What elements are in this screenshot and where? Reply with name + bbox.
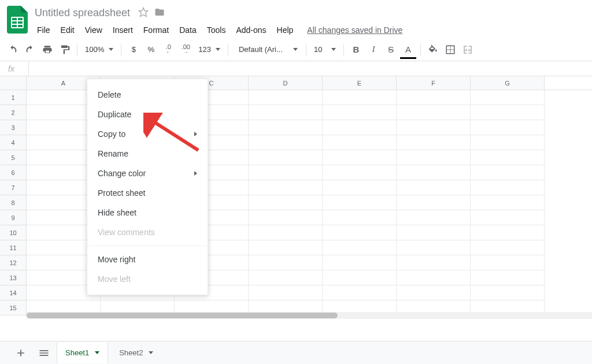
- cell[interactable]: [471, 180, 545, 195]
- cell[interactable]: [471, 255, 545, 270]
- cell[interactable]: [249, 120, 323, 135]
- currency-button[interactable]: $: [125, 42, 142, 58]
- fill-color-button[interactable]: [425, 42, 441, 58]
- cell[interactable]: [397, 105, 471, 120]
- cell[interactable]: [323, 150, 397, 165]
- context-copy-to[interactable]: Copy to: [87, 124, 208, 144]
- cell[interactable]: [397, 150, 471, 165]
- context-delete[interactable]: Delete: [87, 85, 208, 105]
- context-protect-sheet[interactable]: Protect sheet: [87, 183, 208, 203]
- cell[interactable]: [323, 135, 397, 150]
- row-header[interactable]: 2: [0, 105, 27, 120]
- cell[interactable]: [249, 90, 323, 105]
- menu-addons[interactable]: Add-ons: [231, 23, 271, 37]
- sheet-tab-2-menu-icon[interactable]: [149, 351, 153, 354]
- menu-help[interactable]: Help: [272, 23, 298, 37]
- save-status[interactable]: All changes saved in Drive: [302, 23, 407, 37]
- menu-data[interactable]: Data: [175, 23, 201, 37]
- row-header[interactable]: 6: [0, 165, 27, 180]
- cell[interactable]: [471, 105, 545, 120]
- cell[interactable]: [471, 195, 545, 210]
- cell[interactable]: [471, 285, 545, 300]
- cell[interactable]: [323, 225, 397, 240]
- sheet-tab-1[interactable]: Sheet1: [57, 343, 108, 363]
- row-header[interactable]: 14: [0, 285, 27, 300]
- print-button[interactable]: [39, 42, 56, 58]
- context-move-right[interactable]: Move right: [87, 250, 208, 269]
- context-hide-sheet[interactable]: Hide sheet: [87, 203, 208, 222]
- row-header[interactable]: 12: [0, 255, 27, 270]
- document-title[interactable]: Untitled spreadsheet: [32, 6, 132, 20]
- row-header[interactable]: 15: [0, 300, 27, 315]
- cell[interactable]: [471, 120, 545, 135]
- cell[interactable]: [397, 270, 471, 285]
- italic-button[interactable]: I: [365, 42, 382, 58]
- borders-button[interactable]: [442, 42, 458, 58]
- cell[interactable]: [323, 255, 397, 270]
- cell[interactable]: [397, 240, 471, 255]
- row-header[interactable]: 9: [0, 210, 27, 225]
- row-header[interactable]: 5: [0, 150, 27, 165]
- menu-view[interactable]: View: [80, 23, 107, 37]
- menu-file[interactable]: File: [32, 23, 55, 37]
- col-header-d[interactable]: D: [249, 76, 323, 90]
- row-header[interactable]: 13: [0, 270, 27, 285]
- sheet-tab-2[interactable]: Sheet2: [110, 343, 162, 363]
- cell[interactable]: [471, 240, 545, 255]
- font-selector[interactable]: Default (Ari...: [232, 42, 302, 58]
- menu-edit[interactable]: Edit: [56, 23, 79, 37]
- cell[interactable]: [323, 195, 397, 210]
- cell[interactable]: [471, 210, 545, 225]
- menu-tools[interactable]: Tools: [202, 23, 231, 37]
- bold-button[interactable]: B: [348, 42, 364, 58]
- cell[interactable]: [323, 165, 397, 180]
- cell[interactable]: [249, 270, 323, 285]
- select-all-corner[interactable]: [0, 76, 27, 90]
- folder-icon[interactable]: [154, 7, 165, 19]
- cell[interactable]: [471, 90, 545, 105]
- star-icon[interactable]: [138, 7, 149, 19]
- cell[interactable]: [471, 150, 545, 165]
- col-header-g[interactable]: G: [471, 76, 545, 90]
- percent-button[interactable]: %: [143, 42, 159, 58]
- context-change-color[interactable]: Change color: [87, 164, 208, 183]
- row-header[interactable]: 7: [0, 180, 27, 195]
- menu-insert[interactable]: Insert: [108, 23, 138, 37]
- row-header[interactable]: 8: [0, 195, 27, 210]
- cell[interactable]: [249, 225, 323, 240]
- cell[interactable]: [249, 150, 323, 165]
- cell[interactable]: [471, 135, 545, 150]
- cell[interactable]: [249, 105, 323, 120]
- cell[interactable]: [397, 225, 471, 240]
- cell[interactable]: [397, 255, 471, 270]
- cell[interactable]: [323, 270, 397, 285]
- context-duplicate[interactable]: Duplicate: [87, 105, 208, 124]
- row-header[interactable]: 4: [0, 135, 27, 150]
- undo-button[interactable]: [5, 42, 21, 58]
- cell[interactable]: [397, 180, 471, 195]
- cell[interactable]: [397, 195, 471, 210]
- cell[interactable]: [397, 90, 471, 105]
- context-rename[interactable]: Rename: [87, 144, 208, 164]
- cell[interactable]: [471, 165, 545, 180]
- col-header-f[interactable]: F: [397, 76, 471, 90]
- cell[interactable]: [397, 120, 471, 135]
- cell[interactable]: [249, 285, 323, 300]
- all-sheets-button[interactable]: [34, 344, 54, 362]
- cell[interactable]: [249, 165, 323, 180]
- increase-decimal-button[interactable]: .00→: [177, 42, 194, 58]
- merge-cells-button[interactable]: [460, 42, 476, 58]
- cell[interactable]: [249, 180, 323, 195]
- text-color-button[interactable]: A: [400, 42, 416, 58]
- cell[interactable]: [249, 240, 323, 255]
- strikethrough-button[interactable]: S: [383, 42, 399, 58]
- scrollbar-thumb[interactable]: [27, 313, 338, 318]
- paint-format-button[interactable]: [57, 42, 73, 58]
- row-header[interactable]: 11: [0, 240, 27, 255]
- cell[interactable]: [323, 105, 397, 120]
- col-header-e[interactable]: E: [323, 76, 397, 90]
- zoom-selector[interactable]: 100%: [82, 42, 117, 58]
- cell[interactable]: [397, 165, 471, 180]
- more-formats-button[interactable]: 123: [195, 42, 224, 58]
- horizontal-scrollbar[interactable]: [27, 312, 592, 319]
